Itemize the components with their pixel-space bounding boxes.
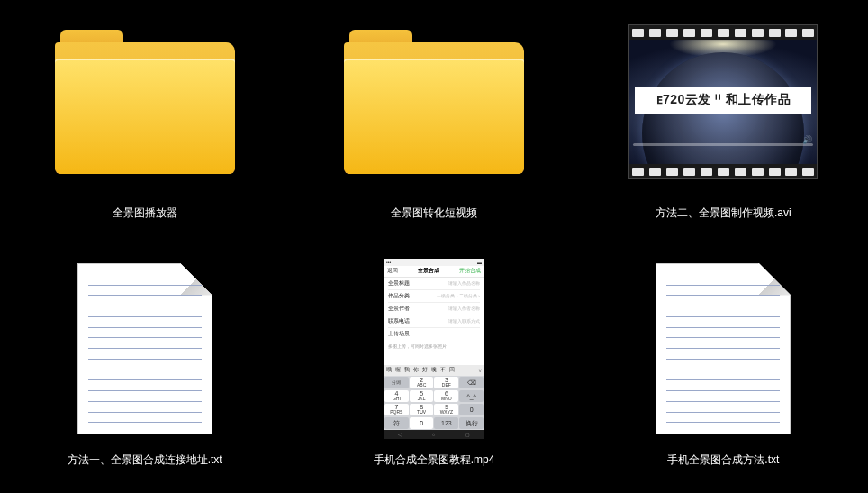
folder-icon <box>339 7 529 196</box>
file-label: 方法二、全景图制作视频.avi <box>656 205 791 221</box>
textfile-icon <box>50 254 240 443</box>
file-label: 手机合成全景图教程.mp4 <box>374 452 495 468</box>
file-item[interactable]: 手机全景图合成方法.txt <box>579 247 868 494</box>
file-label: 手机全景图合成方法.txt <box>667 452 779 468</box>
file-item[interactable]: 全景图播放器 <box>0 0 289 247</box>
file-label: 全景图播放器 <box>113 205 177 221</box>
video-thumbnail: ••• ▬ 返回 全景合成 开始合成 全景标题请输入作品名称 作品分类一级分类 … <box>339 254 529 443</box>
file-item[interactable]: 全景图转化短视频 <box>289 0 578 247</box>
file-item[interactable]: ••• ▬ 返回 全景合成 开始合成 全景标题请输入作品名称 作品分类一级分类 … <box>289 247 578 494</box>
volume-icon: 🔊 <box>802 135 809 142</box>
file-item[interactable]: 方法一、全景图合成连接地址.txt <box>0 247 289 494</box>
video-thumbnail: ᴇ720云发 ᴵᴵ 和上传作品 🔊 <box>628 7 818 196</box>
textfile-icon <box>628 254 818 443</box>
file-item[interactable]: ᴇ720云发 ᴵᴵ 和上传作品 🔊 方法二、全景图制作视频.avi <box>579 0 868 247</box>
folder-icon <box>50 7 240 196</box>
file-label: 方法一、全景图合成连接地址.txt <box>68 452 222 468</box>
file-grid: 全景图播放器 全景图转化短视频 ᴇ720云发 ᴵᴵ 和上传作品 🔊 方法二、全景… <box>0 0 868 493</box>
video-banner-text: ᴇ720云发 ᴵᴵ 和上传作品 <box>635 87 811 114</box>
file-label: 全景图转化短视频 <box>391 205 477 221</box>
